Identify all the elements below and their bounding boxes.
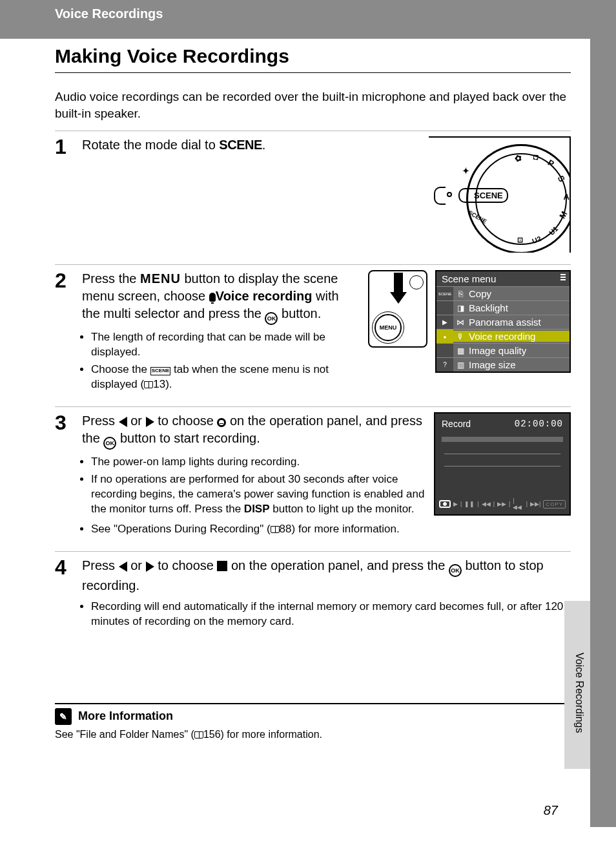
menu-item-voice-recording: ⬥ 🎙Voice recording (436, 329, 570, 343)
record-progress-bar (442, 437, 563, 442)
menu-item-backlight: ◨Backlight (436, 300, 570, 315)
step-number: 4 (55, 557, 70, 632)
record-icon (217, 418, 226, 427)
item-icon: ◨ (453, 304, 467, 313)
menu-more-icon (560, 274, 566, 280)
record-controls: ▶ | ❚❚ | ◀◀ | ▶▶ | |◀◀ | ▶▶| COPY (439, 498, 566, 510)
text: Press (82, 558, 119, 572)
stop-icon (217, 561, 227, 571)
side-tab-icon: ⬥ (436, 330, 453, 343)
scene-menu-lcd: Scene menu SCENE ⎘Copy ◨Backlight (435, 270, 571, 373)
intro-text: Audio voice recordings can be recorded o… (55, 89, 571, 121)
page-frame: Voice Recordings Making Voice Recordings… (0, 0, 616, 827)
item-label: Voice recording (467, 331, 570, 342)
side-tab-icon: ▶ (436, 315, 453, 329)
item-label: Backlight (467, 302, 570, 313)
book-icon (194, 731, 203, 739)
step-number: 3 (55, 412, 70, 540)
record-lcd: Record 02:00:00 ▶ | ❚❚ | ◀◀ (434, 412, 571, 516)
text: or (127, 558, 146, 572)
item-label: Image quality (467, 345, 570, 356)
play-icon: ▶ (453, 501, 458, 507)
mic-icon (209, 293, 216, 302)
step-2-figure: MENU Scene menu SCENE ⎘Copy (368, 270, 571, 373)
step-4: 4 Press or to choose on the operation pa… (55, 551, 571, 632)
text: button. (278, 306, 321, 320)
scene-menu-title: Scene menu (436, 271, 570, 286)
menu-item-image-quality: ▦Image quality (436, 343, 570, 357)
menu-word: MENU (140, 271, 181, 286)
step-2-bullets: The length of recording that can be made… (82, 330, 359, 392)
bullet: The length of recording that can be made… (91, 330, 359, 360)
step-3-bullets: The power-on lamp lights during recordin… (82, 455, 425, 517)
text: button to start recording. (116, 431, 260, 445)
bullet: If no operations are performed for about… (91, 472, 425, 517)
menu-item-copy: SCENE ⎘Copy (436, 286, 570, 300)
more-info-heading: More Information (78, 709, 173, 723)
bullet: The power-on lamp lights during recordin… (91, 455, 425, 470)
mode-dial-figure: SCENE ✿ ◘ P S A M U1 U2 ⊡ SCENE ✦ (429, 136, 571, 253)
menu-item-panorama: ▶ ⋈Panorama assist (436, 315, 570, 329)
page-ref: 156) for more information. (203, 729, 322, 740)
item-icon: ⋈ (453, 318, 467, 327)
text: button to light up the monitor. (270, 503, 415, 515)
menu-button-label: MENU (375, 314, 402, 341)
text: on the operation panel, and press the (227, 558, 448, 572)
forward-icon: ▶▶ (497, 501, 506, 507)
text: Press (82, 414, 119, 428)
pause-icon: ❚❚ (464, 501, 475, 507)
rewind-icon: ◀◀ (482, 501, 491, 507)
more-information-box: ✎ More Information See "File and Folder … (55, 703, 571, 740)
disp-word: DISP (244, 503, 270, 515)
record-time: 02:00:00 (515, 419, 563, 429)
text: Choose the (91, 363, 150, 375)
step-1-text: Rotate the mode dial to SCENE. (82, 136, 420, 154)
left-arrow-icon (119, 417, 127, 427)
text: or (127, 414, 146, 428)
step-4-bullets: Recording will end automatically if the … (82, 600, 571, 629)
copy-button: COPY (543, 500, 566, 508)
side-tab-icon: SCENE (436, 287, 453, 300)
info-icon: ✎ (55, 708, 72, 725)
page-title: Making Voice Recordings (55, 45, 571, 73)
step-3-bullets-cont: See "Operations During Recording" (88) f… (82, 522, 571, 537)
step-3-text: Press or to choose on the operation pane… (82, 412, 425, 450)
page-ref: 13). (153, 378, 172, 390)
skip-back-icon: |◀◀ (513, 498, 523, 510)
ok-icon: OK (449, 564, 462, 577)
scene-tab-icon: SCENE (150, 367, 171, 375)
bullet: See "Operations During Recording" (88) f… (91, 522, 571, 537)
more-info-body: See "File and Folder Names" (156) for mo… (55, 729, 571, 740)
text: See "File and Folder Names" ( (55, 729, 194, 740)
page-number: 87 (544, 803, 558, 818)
text: Scene menu (442, 273, 496, 284)
right-arrow-icon (146, 417, 154, 427)
step-2: 2 Press the MENU button to display the s… (55, 264, 571, 395)
item-icon: ▥ (453, 361, 467, 370)
record-label: Record (442, 419, 471, 429)
menu-item-image-size: ? ▥Image size (436, 357, 570, 372)
text: to choose (154, 558, 218, 572)
text: Rotate the mode dial to (82, 138, 219, 152)
step-number: 1 (55, 136, 70, 253)
book-icon (144, 381, 153, 388)
side-section-label: Voice Recordings (573, 653, 585, 733)
bold-text: Voice recording (216, 289, 313, 303)
page-ref: 88) for more information. (280, 523, 400, 535)
bullet: Choose the SCENE tab when the scene menu… (91, 362, 359, 392)
step-1: 1 Rotate the mode dial to SCENE. SCENE (55, 131, 571, 253)
step-4-text: Press or to choose on the operation pane… (82, 557, 571, 594)
step-3: 3 Press or to choose on the operation pa… (55, 406, 571, 540)
item-label: Panorama assist (467, 317, 570, 328)
text: . (262, 138, 266, 152)
ok-icon: OK (265, 312, 278, 325)
book-icon (271, 526, 280, 533)
bullet: Recording will end automatically if the … (91, 600, 571, 629)
menu-button-figure: MENU (368, 270, 427, 348)
step-2-text: Press the MENU button to display the sce… (82, 270, 359, 325)
item-label: Image size (467, 359, 570, 370)
record-button-icon (439, 500, 451, 508)
text: See "Operations During Recording" ( (91, 523, 271, 535)
mic-icon: 🎙 (453, 332, 467, 341)
right-arrow-icon (146, 561, 154, 572)
